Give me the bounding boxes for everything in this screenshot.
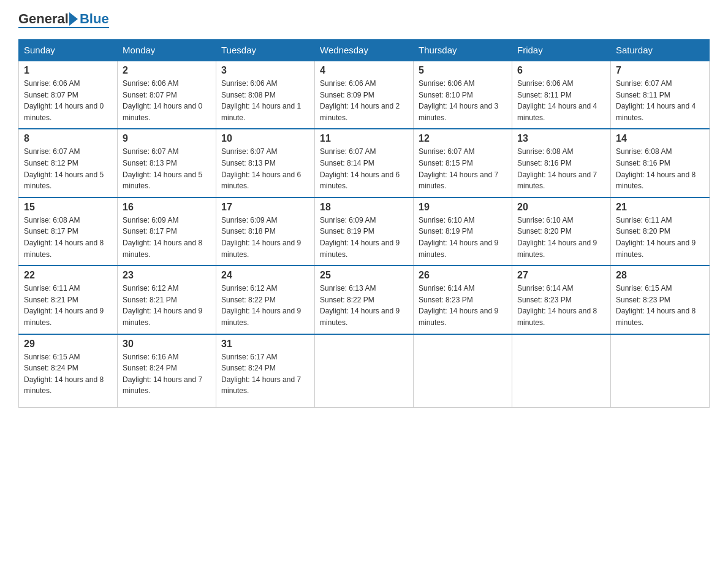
day-number: 20: [517, 202, 605, 213]
column-header-sunday: Sunday: [19, 40, 118, 61]
calendar-cell: 22Sunrise: 6:11 AMSunset: 8:21 PMDayligh…: [19, 266, 118, 334]
day-number: 11: [320, 133, 408, 144]
calendar-cell: 2Sunrise: 6:06 AMSunset: 8:07 PMDaylight…: [118, 61, 216, 129]
day-number: 14: [616, 133, 704, 144]
calendar-cell: 20Sunrise: 6:10 AMSunset: 8:20 PMDayligh…: [512, 197, 611, 266]
calendar-cell: 24Sunrise: 6:12 AMSunset: 8:22 PMDayligh…: [216, 266, 315, 334]
day-info: Sunrise: 6:06 AMSunset: 8:09 PMDaylight:…: [320, 79, 400, 122]
logo-blue-text: Blue: [80, 12, 109, 26]
column-header-friday: Friday: [512, 40, 611, 61]
week-row-3: 15Sunrise: 6:08 AMSunset: 8:17 PMDayligh…: [19, 197, 710, 266]
day-info: Sunrise: 6:10 AMSunset: 8:20 PMDaylight:…: [517, 216, 597, 259]
day-info: Sunrise: 6:17 AMSunset: 8:24 PMDaylight:…: [221, 353, 301, 396]
day-number: 25: [320, 270, 408, 281]
day-info: Sunrise: 6:07 AMSunset: 8:15 PMDaylight:…: [419, 147, 498, 190]
day-info: Sunrise: 6:08 AMSunset: 8:16 PMDaylight:…: [616, 147, 696, 190]
calendar-cell: 17Sunrise: 6:09 AMSunset: 8:18 PMDayligh…: [216, 197, 315, 266]
calendar-cell: 19Sunrise: 6:10 AMSunset: 8:19 PMDayligh…: [414, 197, 512, 266]
day-info: Sunrise: 6:08 AMSunset: 8:17 PMDaylight:…: [24, 216, 104, 259]
day-info: Sunrise: 6:07 AMSunset: 8:13 PMDaylight:…: [123, 147, 202, 190]
day-info: Sunrise: 6:06 AMSunset: 8:07 PMDaylight:…: [123, 79, 202, 122]
day-number: 4: [320, 65, 408, 76]
day-info: Sunrise: 6:14 AMSunset: 8:23 PMDaylight:…: [419, 284, 498, 327]
day-number: 30: [123, 339, 211, 350]
day-number: 6: [517, 65, 605, 76]
calendar-cell: 29Sunrise: 6:15 AMSunset: 8:24 PMDayligh…: [19, 334, 118, 408]
day-info: Sunrise: 6:11 AMSunset: 8:21 PMDaylight:…: [24, 284, 104, 327]
calendar-cell: 5Sunrise: 6:06 AMSunset: 8:10 PMDaylight…: [414, 61, 512, 129]
calendar-cell: 6Sunrise: 6:06 AMSunset: 8:11 PMDaylight…: [512, 61, 611, 129]
day-number: 8: [24, 133, 112, 144]
calendar-cell: 3Sunrise: 6:06 AMSunset: 8:08 PMDaylight…: [216, 61, 315, 129]
day-info: Sunrise: 6:12 AMSunset: 8:22 PMDaylight:…: [221, 284, 301, 327]
day-info: Sunrise: 6:15 AMSunset: 8:23 PMDaylight:…: [616, 284, 696, 327]
day-info: Sunrise: 6:08 AMSunset: 8:16 PMDaylight:…: [517, 147, 597, 190]
week-row-2: 8Sunrise: 6:07 AMSunset: 8:12 PMDaylight…: [19, 129, 710, 197]
day-number: 9: [123, 133, 211, 144]
column-header-saturday: Saturday: [611, 40, 710, 61]
page-header: General Blue: [18, 12, 710, 28]
day-number: 27: [517, 270, 605, 281]
calendar-cell: 8Sunrise: 6:07 AMSunset: 8:12 PMDaylight…: [19, 129, 118, 197]
calendar-cell: 28Sunrise: 6:15 AMSunset: 8:23 PMDayligh…: [611, 266, 710, 334]
column-header-wednesday: Wednesday: [315, 40, 414, 61]
day-number: 29: [24, 339, 112, 350]
week-row-4: 22Sunrise: 6:11 AMSunset: 8:21 PMDayligh…: [19, 266, 710, 334]
calendar-cell: [414, 334, 512, 408]
calendar-cell: 27Sunrise: 6:14 AMSunset: 8:23 PMDayligh…: [512, 266, 611, 334]
day-info: Sunrise: 6:07 AMSunset: 8:12 PMDaylight:…: [24, 147, 104, 190]
calendar-cell: 31Sunrise: 6:17 AMSunset: 8:24 PMDayligh…: [216, 334, 315, 408]
day-info: Sunrise: 6:09 AMSunset: 8:18 PMDaylight:…: [221, 216, 301, 259]
day-info: Sunrise: 6:12 AMSunset: 8:21 PMDaylight:…: [123, 284, 202, 327]
calendar-table: SundayMondayTuesdayWednesdayThursdayFrid…: [18, 39, 710, 408]
day-number: 10: [221, 133, 309, 144]
calendar-cell: 9Sunrise: 6:07 AMSunset: 8:13 PMDaylight…: [118, 129, 216, 197]
calendar-cell: 1Sunrise: 6:06 AMSunset: 8:07 PMDaylight…: [19, 61, 118, 129]
calendar-cell: 18Sunrise: 6:09 AMSunset: 8:19 PMDayligh…: [315, 197, 414, 266]
day-info: Sunrise: 6:09 AMSunset: 8:17 PMDaylight:…: [123, 216, 202, 259]
day-info: Sunrise: 6:10 AMSunset: 8:19 PMDaylight:…: [419, 216, 498, 259]
calendar-cell: 15Sunrise: 6:08 AMSunset: 8:17 PMDayligh…: [19, 197, 118, 266]
calendar-cell: 30Sunrise: 6:16 AMSunset: 8:24 PMDayligh…: [118, 334, 216, 408]
week-row-1: 1Sunrise: 6:06 AMSunset: 8:07 PMDaylight…: [19, 61, 710, 129]
logo-arrow-icon: [69, 12, 78, 26]
day-number: 12: [419, 133, 507, 144]
day-info: Sunrise: 6:06 AMSunset: 8:08 PMDaylight:…: [221, 79, 301, 122]
calendar-cell: [611, 334, 710, 408]
day-number: 31: [221, 339, 309, 350]
logo-general-text: General: [18, 12, 69, 26]
calendar-cell: 21Sunrise: 6:11 AMSunset: 8:20 PMDayligh…: [611, 197, 710, 266]
calendar-cell: 12Sunrise: 6:07 AMSunset: 8:15 PMDayligh…: [414, 129, 512, 197]
calendar-cell: [512, 334, 611, 408]
day-number: 7: [616, 65, 704, 76]
day-info: Sunrise: 6:09 AMSunset: 8:19 PMDaylight:…: [320, 216, 400, 259]
day-info: Sunrise: 6:07 AMSunset: 8:11 PMDaylight:…: [616, 79, 696, 122]
day-number: 19: [419, 202, 507, 213]
day-number: 1: [24, 65, 112, 76]
day-info: Sunrise: 6:11 AMSunset: 8:20 PMDaylight:…: [616, 216, 696, 259]
column-header-monday: Monday: [118, 40, 216, 61]
calendar-cell: 10Sunrise: 6:07 AMSunset: 8:13 PMDayligh…: [216, 129, 315, 197]
column-header-tuesday: Tuesday: [216, 40, 315, 61]
day-info: Sunrise: 6:15 AMSunset: 8:24 PMDaylight:…: [24, 353, 104, 396]
day-number: 5: [419, 65, 507, 76]
calendar-cell: 14Sunrise: 6:08 AMSunset: 8:16 PMDayligh…: [611, 129, 710, 197]
calendar-cell: 23Sunrise: 6:12 AMSunset: 8:21 PMDayligh…: [118, 266, 216, 334]
day-number: 17: [221, 202, 309, 213]
calendar-cell: 26Sunrise: 6:14 AMSunset: 8:23 PMDayligh…: [414, 266, 512, 334]
calendar-cell: 7Sunrise: 6:07 AMSunset: 8:11 PMDaylight…: [611, 61, 710, 129]
day-number: 23: [123, 270, 211, 281]
calendar-header-row: SundayMondayTuesdayWednesdayThursdayFrid…: [19, 40, 710, 61]
day-info: Sunrise: 6:13 AMSunset: 8:22 PMDaylight:…: [320, 284, 400, 327]
day-number: 16: [123, 202, 211, 213]
day-info: Sunrise: 6:06 AMSunset: 8:10 PMDaylight:…: [419, 79, 498, 122]
day-number: 15: [24, 202, 112, 213]
day-number: 2: [123, 65, 211, 76]
calendar-cell: 13Sunrise: 6:08 AMSunset: 8:16 PMDayligh…: [512, 129, 611, 197]
day-number: 3: [221, 65, 309, 76]
day-info: Sunrise: 6:16 AMSunset: 8:24 PMDaylight:…: [123, 353, 202, 396]
day-info: Sunrise: 6:07 AMSunset: 8:14 PMDaylight:…: [320, 147, 400, 190]
logo: General Blue: [18, 12, 109, 28]
calendar-cell: 11Sunrise: 6:07 AMSunset: 8:14 PMDayligh…: [315, 129, 414, 197]
day-number: 24: [221, 270, 309, 281]
